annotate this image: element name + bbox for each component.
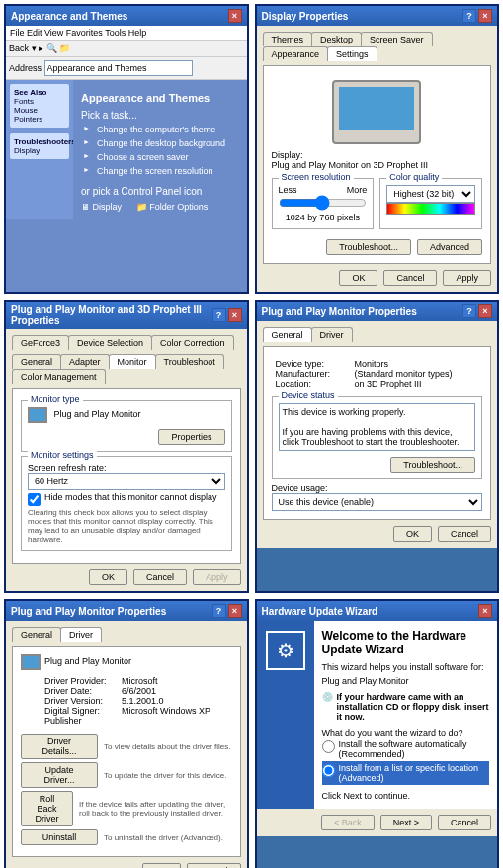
tab-device-sel[interactable]: Device Selection	[68, 335, 152, 350]
window-title: Plug and Play Monitor and 3D Prophet III…	[11, 304, 212, 326]
driver-details-button[interactable]: Driver Details...	[21, 734, 98, 759]
ok-button[interactable]: OK	[142, 863, 181, 868]
troubleshoot-button[interactable]: Troubleshoot...	[390, 457, 475, 473]
cd-icon: 💿	[322, 692, 333, 722]
resolution-value: 1024 by 768 pixels	[279, 213, 368, 222]
task-background[interactable]: Change the desktop background	[81, 136, 239, 150]
titlebar: Appearance and Themes ×	[6, 6, 247, 26]
back-button: < Back	[321, 815, 375, 830]
pick-task-label: Pick a task...	[81, 110, 239, 121]
monitor-icon	[28, 407, 47, 423]
tab-troubleshoot[interactable]: Troubleshoot	[155, 354, 224, 369]
tab-geforce[interactable]: GeForce3	[12, 335, 69, 350]
monitor-properties-general-window: Plug and Play Monitor Properties?× Gener…	[255, 300, 500, 593]
control-panel-window: Appearance and Themes × File Edit View F…	[4, 4, 249, 294]
specific-location-radio[interactable]	[322, 764, 335, 777]
auto-install-radio[interactable]	[322, 740, 335, 753]
task-resolution[interactable]: Change the screen resolution	[81, 164, 239, 178]
status-text: This device is working properly. If you …	[279, 403, 476, 451]
update-driver-button[interactable]: Update Driver...	[21, 762, 98, 788]
tab-general[interactable]: General	[263, 327, 312, 342]
toolbar: Back ▾ ▸ 🔍 📁	[6, 41, 247, 57]
display-label: Display:	[272, 150, 483, 160]
task-screensaver[interactable]: Choose a screen saver	[81, 150, 239, 164]
window-title: Appearance and Themes	[11, 11, 127, 22]
tab-appearance[interactable]: Appearance	[263, 46, 329, 61]
monitor-icon	[21, 654, 41, 670]
ok-button[interactable]: OK	[89, 569, 127, 585]
apply-button: Apply	[193, 569, 241, 585]
tab-driver[interactable]: Driver	[311, 327, 353, 342]
color-quality-select[interactable]: Highest (32 bit)	[386, 185, 475, 203]
close-icon[interactable]: ×	[478, 304, 492, 318]
sidebar: See Also Fonts Mouse Pointers Troublesho…	[6, 80, 73, 219]
tab-general[interactable]: General	[12, 627, 61, 642]
content-area: Appearance and Themes Pick a task... Cha…	[73, 80, 247, 219]
help-icon[interactable]: ?	[212, 308, 226, 322]
cancel-button[interactable]: Cancel	[187, 863, 240, 868]
tab-monitor[interactable]: Monitor	[109, 354, 156, 369]
task-theme[interactable]: Change the computer's theme	[81, 123, 239, 136]
help-icon[interactable]: ?	[462, 304, 476, 318]
next-button[interactable]: Next >	[380, 815, 432, 830]
apply-button[interactable]: Apply	[443, 270, 491, 286]
menubar[interactable]: File Edit View Favorites Tools Help	[6, 26, 247, 41]
window-title: Plug and Play Monitor Properties	[11, 606, 166, 617]
ok-button[interactable]: OK	[339, 270, 377, 286]
back-button[interactable]: Back	[9, 43, 29, 53]
troubleshooters-box: Troubleshooters Display	[10, 133, 69, 159]
cancel-button[interactable]: Cancel	[438, 526, 491, 542]
refresh-rate-select[interactable]: 60 Hertz	[28, 473, 225, 490]
tab-themes[interactable]: Themes	[263, 32, 313, 46]
tab-color-corr[interactable]: Color Correction	[151, 335, 234, 350]
tab-settings[interactable]: Settings	[327, 46, 377, 61]
category-heading: Appearance and Themes	[81, 92, 239, 104]
close-icon[interactable]: ×	[228, 604, 242, 618]
device-usage-select[interactable]: Use this device (enable)	[272, 493, 483, 511]
cancel-button[interactable]: Cancel	[438, 815, 491, 830]
tab-desktop[interactable]: Desktop	[311, 32, 362, 46]
address-input[interactable]	[44, 60, 193, 76]
window-title: Display Properties	[262, 11, 349, 22]
close-icon[interactable]: ×	[478, 604, 492, 618]
wizard-icon: ⚙	[266, 631, 305, 670]
window-title: Plug and Play Monitor Properties	[262, 306, 417, 317]
display-properties-window: Display Properties?× Themes Desktop Scre…	[255, 4, 500, 294]
tab-adapter[interactable]: Adapter	[60, 354, 110, 369]
adapter-properties-window: Plug and Play Monitor and 3D Prophet III…	[4, 300, 249, 593]
cancel-button[interactable]: Cancel	[133, 569, 187, 585]
display-value: Plug and Play Monitor on 3D Prophet III	[272, 160, 483, 170]
color-bar	[386, 203, 475, 215]
tab-driver[interactable]: Driver	[60, 627, 102, 642]
cp-icon-folder[interactable]: 📁 Folder Options	[136, 202, 209, 212]
monitor-preview	[332, 80, 421, 144]
uninstall-button[interactable]: Uninstall	[21, 829, 98, 845]
close-icon[interactable]: ×	[228, 308, 242, 322]
see-also-box: See Also Fonts Mouse Pointers	[10, 84, 69, 128]
ok-button[interactable]: OK	[393, 526, 432, 542]
resolution-slider[interactable]	[279, 195, 368, 211]
monitor-name: Plug and Play Monitor	[54, 409, 141, 419]
window-title: Hardware Update Wizard	[262, 606, 378, 617]
tab-general[interactable]: General	[12, 354, 61, 369]
or-pick-label: or pick a Control Panel icon	[81, 186, 239, 197]
address-bar: Address	[6, 57, 247, 80]
rollback-driver-button[interactable]: Roll Back Driver	[21, 791, 73, 826]
tabs: Themes Desktop Screen Saver Appearance S…	[263, 32, 492, 61]
cancel-button[interactable]: Cancel	[383, 270, 437, 286]
hide-modes-checkbox[interactable]	[28, 493, 41, 506]
wizard-welcome-window: Hardware Update Wizard× ⚙ Welcome to the…	[255, 599, 500, 868]
help-icon[interactable]: ?	[462, 9, 476, 23]
help-icon[interactable]: ?	[212, 604, 226, 618]
properties-button[interactable]: Properties	[158, 429, 224, 445]
close-icon[interactable]: ×	[478, 9, 492, 23]
wizard-heading: Welcome to the Hardware Update Wizard	[322, 629, 490, 656]
tab-screensaver[interactable]: Screen Saver	[361, 32, 433, 46]
monitor-properties-driver-window: Plug and Play Monitor Properties?× Gener…	[4, 599, 249, 868]
close-icon[interactable]: ×	[228, 9, 242, 23]
cp-icon-display[interactable]: 🖥 Display	[81, 202, 122, 212]
troubleshoot-button[interactable]: Troubleshoot...	[326, 239, 411, 255]
tab-color-mgmt[interactable]: Color Management	[12, 369, 106, 384]
advanced-button[interactable]: Advanced	[417, 239, 482, 255]
